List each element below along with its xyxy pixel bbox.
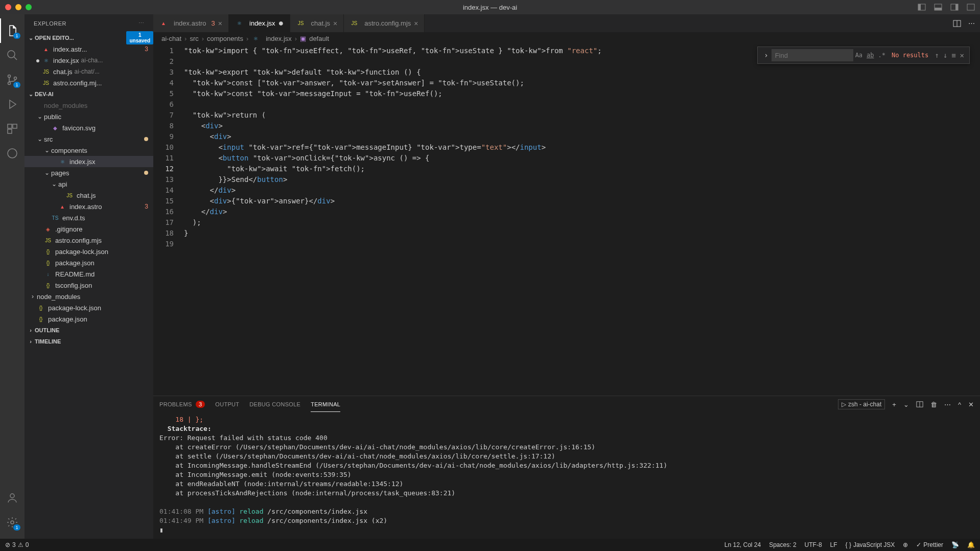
breadcrumb-item[interactable]: default (309, 35, 329, 42)
activity-debug[interactable] (0, 92, 25, 117)
chevron-right-icon: › (27, 327, 35, 333)
close-window[interactable] (5, 4, 11, 10)
whole-word-toggle[interactable]: ab (865, 50, 876, 61)
status-language[interactable]: { } JavaScript JSX (846, 541, 895, 548)
tree-item[interactable]: ⌄api (25, 178, 153, 190)
regex-toggle[interactable]: .* (876, 50, 888, 61)
close-tab-icon[interactable]: × (414, 19, 418, 28)
panel-right-icon[interactable] (950, 3, 959, 11)
status-eol[interactable]: LF (830, 541, 837, 548)
breadcrumbs[interactable]: ai-chat › src › components › ⚛ index.jsx… (153, 32, 980, 44)
find-selection-icon[interactable]: ≡ (949, 50, 958, 61)
activity-settings[interactable]: 1 (0, 510, 25, 535)
tree-item[interactable]: JSastro.config.mjs (25, 235, 153, 246)
activity-scm[interactable]: 1 (0, 67, 25, 92)
editor-tab[interactable]: ⚛index.jsx● (229, 14, 290, 32)
find-close-icon[interactable]: ✕ (958, 50, 966, 61)
tree-item[interactable]: ◈.gitignore (25, 223, 153, 235)
split-editor-icon[interactable] (953, 19, 961, 28)
status-copilot-icon[interactable]: ⊕ (903, 541, 908, 548)
dirty-indicator: ● (34, 56, 42, 64)
status-encoding[interactable]: UTF-8 (805, 541, 822, 548)
find-input[interactable] (772, 49, 853, 61)
editor-tab[interactable]: JSastro.config.mjs× (344, 14, 425, 32)
activity-account[interactable] (0, 486, 25, 510)
workspace-header[interactable]: ⌄ DEV-AI (25, 88, 153, 100)
outline-header[interactable]: › OUTLINE (25, 325, 153, 336)
tree-item[interactable]: ▲index.astro3 (25, 201, 153, 212)
tree-item[interactable]: ⌄pages (25, 167, 153, 178)
editor-tab[interactable]: JSchat.js× (290, 14, 344, 32)
tree-item[interactable]: JSchat.js (25, 190, 153, 201)
status-line-col[interactable]: Ln 12, Col 24 (725, 541, 761, 548)
debug-icon (6, 98, 18, 110)
tree-item[interactable]: ›node_modules (25, 291, 153, 302)
tree-item[interactable]: {}package-lock.json (25, 302, 153, 313)
tab-debug-console[interactable]: DEBUG CONSOLE (249, 397, 300, 411)
find-expand-icon[interactable]: › (761, 50, 771, 61)
match-case-toggle[interactable]: Aa (853, 50, 865, 61)
tree-item[interactable]: ⌄public (25, 111, 153, 122)
tree-item[interactable]: {}package-lock.json (25, 246, 153, 257)
tree-item[interactable]: {}package.json (25, 313, 153, 325)
terminal-dropdown-icon[interactable]: ⌄ (903, 401, 909, 408)
open-editor-item[interactable]: JSchat.jsai-chat/... (25, 66, 153, 77)
open-editor-item[interactable]: ●⚛index.jsxai-cha... (25, 55, 153, 66)
edge-icon (6, 147, 18, 159)
activity-edge[interactable] (0, 141, 25, 166)
sidebar-more-icon[interactable]: ⋯ (138, 20, 145, 27)
open-editors-header[interactable]: ⌄ OPEN EDITO... 1 unsaved (25, 32, 153, 43)
tab-problems[interactable]: PROBLEMS 3 (159, 397, 205, 411)
breadcrumb-item[interactable]: ai-chat (161, 35, 181, 42)
layout-icon[interactable] (967, 3, 975, 11)
activity-search[interactable] (0, 43, 25, 67)
status-feedback-icon[interactable]: 📡 (951, 541, 959, 548)
close-tab-icon[interactable]: × (333, 19, 337, 28)
minimize-window[interactable] (15, 4, 21, 10)
maximize-panel-icon[interactable]: ^ (958, 401, 961, 408)
breadcrumb-item[interactable]: src (190, 35, 198, 42)
kill-terminal-icon[interactable]: 🗑 (930, 401, 937, 408)
new-terminal-icon[interactable]: + (892, 401, 896, 408)
terminal-more-icon[interactable]: ⋯ (944, 401, 951, 408)
activity-explorer[interactable]: 1 (0, 18, 25, 43)
more-actions-icon[interactable]: ⋯ (968, 19, 975, 27)
tab-output[interactable]: OUTPUT (215, 397, 239, 411)
tree-item[interactable]: ⌄components (25, 145, 153, 156)
breadcrumb-item[interactable]: index.jsx (266, 35, 292, 42)
find-prev-icon[interactable]: ↑ (932, 50, 941, 61)
status-indent[interactable]: Spaces: 2 (769, 541, 796, 548)
tree-item[interactable]: {}tsconfig.json (25, 280, 153, 291)
timeline-header[interactable]: › TIMELINE (25, 336, 153, 347)
code-content[interactable]: "tok-kw">import { "tok-fn">useEffect, "t… (184, 44, 980, 396)
code-editor[interactable]: 12345678910111213141516171819 "tok-kw">i… (153, 44, 980, 396)
panel-left-icon[interactable] (918, 3, 926, 11)
tree-item[interactable]: TSenv.d.ts (25, 212, 153, 223)
tree-item[interactable]: ◆favicon.svg (25, 122, 153, 133)
panel-bottom-icon[interactable] (934, 3, 942, 11)
editor-tab[interactable]: ▲index.astro3× (153, 14, 229, 32)
open-editor-item[interactable]: ▲index.astr...3 (25, 43, 153, 55)
tab-terminal[interactable]: TERMINAL (311, 397, 340, 412)
close-tab-icon[interactable]: × (218, 19, 222, 28)
tree-item[interactable]: ⚛index.jsx (25, 156, 153, 167)
tree-item[interactable]: node_modules (25, 100, 153, 111)
open-editor-item[interactable]: JSastro.config.mj... (25, 77, 153, 88)
tree-item[interactable]: {}package.json (25, 257, 153, 268)
status-prettier[interactable]: ✓ Prettier (916, 541, 943, 548)
terminal-select[interactable]: ▷ zsh - ai-chat (838, 399, 885, 409)
terminal-output[interactable]: 18 | }; Stacktrace:Error: Request failed… (153, 413, 980, 539)
tree-item[interactable]: ⌄src (25, 133, 153, 145)
breadcrumb-item[interactable]: components (207, 35, 243, 42)
close-panel-icon[interactable]: ✕ (968, 401, 974, 408)
find-next-icon[interactable]: ↓ (941, 50, 949, 61)
symbol-icon: ▣ (300, 35, 306, 42)
status-problems[interactable]: ⊘3 ⚠0 (5, 541, 29, 548)
account-icon (6, 492, 18, 504)
settings-badge: 1 (13, 524, 20, 531)
tree-item[interactable]: ↓README.md (25, 268, 153, 280)
status-bell-icon[interactable]: 🔔 (967, 541, 975, 548)
split-terminal-icon[interactable] (916, 401, 923, 408)
maximize-window[interactable] (26, 4, 32, 10)
activity-extensions[interactable] (0, 117, 25, 141)
